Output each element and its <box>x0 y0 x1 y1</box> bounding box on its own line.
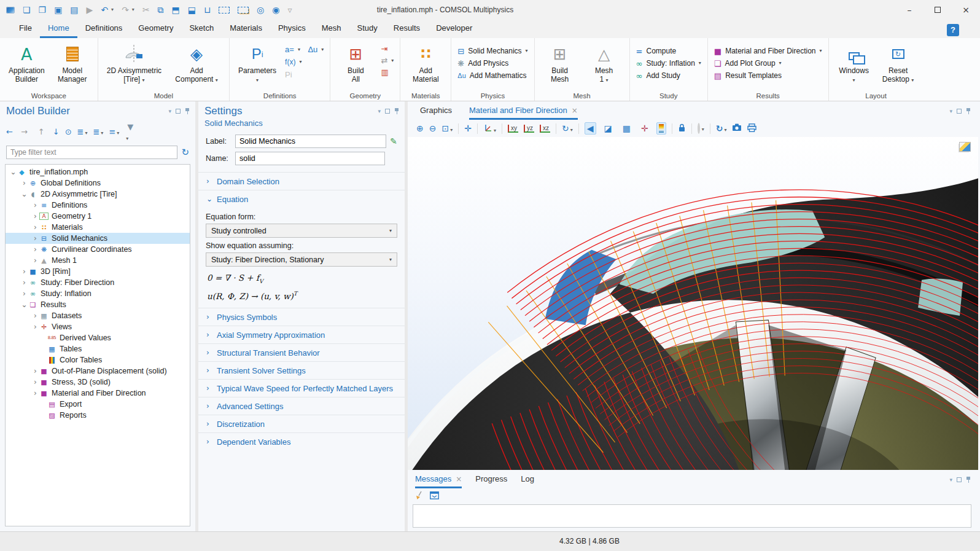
menu-geometry[interactable]: Geometry <box>130 21 181 38</box>
panel-float-icon[interactable] <box>385 109 390 114</box>
study-inflation-dropdown[interactable]: ∞Study: Inflation▾ <box>636 59 701 68</box>
compute-button[interactable]: =Compute <box>636 47 701 55</box>
tree-item-mesh-1[interactable]: ›▲Mesh 1 <box>6 255 190 266</box>
panel-menu-icon[interactable]: ▾ <box>168 109 171 114</box>
find-icon[interactable]: ◎ <box>257 6 264 14</box>
panel-pin-icon[interactable] <box>185 107 190 115</box>
screenshot-button[interactable] <box>732 123 742 133</box>
tree-item-datasets[interactable]: ›▦Datasets <box>6 310 190 321</box>
tree-item-root[interactable]: ⌄◆tire_inflation.mph <box>6 166 190 178</box>
build-all-button[interactable]: ⊞ BuildAll <box>336 42 375 85</box>
tree-item-export[interactable]: ▤Export <box>6 399 190 410</box>
label-field[interactable] <box>235 135 386 148</box>
panel-float-icon[interactable] <box>957 109 962 114</box>
scene-light-toggle[interactable]: ◀ <box>585 122 596 135</box>
close-button[interactable]: × <box>952 0 980 20</box>
menu-mesh[interactable]: Mesh <box>314 21 349 38</box>
add-material-button[interactable]: ∷ AddMaterial <box>406 42 445 85</box>
menu-home[interactable]: Home <box>40 21 77 38</box>
graphics-canvas[interactable] <box>408 137 978 470</box>
parameter-case-button[interactable]: Pi <box>285 70 301 79</box>
color-theme-button[interactable]: ▾ <box>698 124 704 133</box>
run-icon[interactable]: ▶ <box>87 6 93 14</box>
menu-developer[interactable]: Developer <box>428 21 480 38</box>
zoom-box-button[interactable]: ⊡▾ <box>441 124 453 133</box>
maximize-button[interactable] <box>924 0 952 20</box>
messages-output[interactable] <box>413 504 971 528</box>
update-geometry-button[interactable]: ⇄▾ <box>381 57 394 64</box>
menu-definitions[interactable]: Definitions <box>77 21 131 38</box>
tab-graphics[interactable]: Graphics <box>420 103 452 120</box>
menu-sketch[interactable]: Sketch <box>181 21 222 38</box>
name-field[interactable] <box>235 152 385 165</box>
mesh-1-button[interactable]: △ Mesh1 ▾ <box>585 42 623 85</box>
add-physics-button[interactable]: ❋Add Physics <box>457 59 527 68</box>
model-manager-button[interactable]: ModelManager <box>53 42 91 85</box>
grid-toggle[interactable]: ▦ <box>620 122 633 135</box>
default-view-button[interactable]: ▾ <box>483 123 496 134</box>
panel-menu-icon[interactable]: ▾ <box>949 109 952 114</box>
menu-file[interactable]: File <box>11 21 40 38</box>
redo-caret-icon[interactable]: ▾ <box>132 7 134 12</box>
menu-study[interactable]: Study <box>349 21 386 38</box>
zoom-in-icon[interactable]: ⊕ <box>416 124 424 133</box>
panel-pin-icon[interactable] <box>394 107 400 115</box>
tree-item-tables[interactable]: ▦Tables <box>6 343 190 354</box>
deselect-box-icon[interactable] <box>238 7 249 14</box>
help-button[interactable]: ? <box>947 24 959 36</box>
save-as-icon[interactable]: ▤ <box>70 6 78 14</box>
tree-item-materials[interactable]: ›∷Materials <box>6 222 190 233</box>
section-discretization[interactable]: ›Discretization <box>198 415 405 432</box>
section-wave-speed[interactable]: ›Typical Wave Speed for Perfectly Matche… <box>198 379 405 397</box>
material-fiber-direction-dropdown[interactable]: ■Material and Fiber Direction▾ <box>714 47 822 55</box>
qat-overflow-icon[interactable]: ▿ <box>287 6 292 14</box>
section-dependent-variables[interactable]: ›Dependent Variables <box>198 432 405 450</box>
move-up-icon[interactable]: ↑ <box>36 126 47 138</box>
tree-item-study-fiber-direction[interactable]: ›∞Study: Fiber Direction <box>6 277 190 288</box>
tab-material-fiber-direction[interactable]: Material and Fiber Direction× <box>469 103 578 120</box>
save-icon[interactable]: ▣ <box>54 6 62 14</box>
axisymmetric-tire-button[interactable]: 2D Axisymmetric[Tire] ▾ <box>104 42 164 85</box>
back-icon[interactable]: ← <box>6 128 13 136</box>
print-button[interactable] <box>747 123 756 134</box>
tree-item-study-inflation[interactable]: ›∞Study: Inflation <box>6 288 190 299</box>
close-icon[interactable]: × <box>456 475 462 483</box>
section-transient-solver[interactable]: ›Transient Solver Settings <box>198 361 405 379</box>
solid-mechanics-dropdown[interactable]: ⊟Solid Mechanics▾ <box>457 47 527 55</box>
section-advanced-settings[interactable]: ›Advanced Settings <box>198 397 405 415</box>
undo-icon[interactable]: ↶ <box>101 6 108 14</box>
tree-filter-input[interactable] <box>6 146 177 159</box>
new-file-icon[interactable]: ❏ <box>23 6 31 14</box>
menu-results[interactable]: Results <box>386 21 428 38</box>
virtual-operations-button[interactable]: ▥ <box>381 68 394 76</box>
panel-pin-icon[interactable] <box>966 476 971 483</box>
collapse-all-button[interactable]: ≣▾ <box>93 127 103 136</box>
tree-item-3d-rim[interactable]: ›■3D [Rim] <box>6 266 190 277</box>
expand-all-button[interactable]: ≣▾ <box>77 127 88 136</box>
tree-item-curvilinear-coordinates[interactable]: ›❋Curvilinear Coordinates <box>6 244 190 255</box>
section-structural-transient[interactable]: ›Structural Transient Behavior <box>198 343 405 361</box>
cut-icon[interactable]: ✂ <box>142 6 150 14</box>
section-axial-symmetry[interactable]: ›Axial Symmetry Approximation <box>198 326 405 343</box>
panel-menu-icon[interactable]: ▾ <box>949 477 952 483</box>
menu-materials[interactable]: Materials <box>222 21 270 38</box>
tree-item-stress-3d[interactable]: ›■Stress, 3D (solid) <box>6 377 190 388</box>
zoom-extents-icon[interactable]: ✛ <box>464 124 472 133</box>
graphics-thumbnail-icon[interactable] <box>959 142 971 152</box>
copy-icon[interactable]: ⧉ <box>158 6 164 14</box>
reset-desktop-button[interactable]: ↻ ResetDesktop ▾ <box>879 42 917 85</box>
delete-icon[interactable]: ⊔ <box>204 6 211 14</box>
add-study-button[interactable]: ∞Add Study <box>636 71 701 80</box>
close-icon[interactable]: × <box>572 107 578 114</box>
insert-sequence-button[interactable]: ⇥ <box>381 45 394 53</box>
tab-progress[interactable]: Progress <box>475 471 507 488</box>
variables-button[interactable]: a=▾ <box>285 45 301 54</box>
windows-button[interactable]: Windows▾ <box>835 42 873 85</box>
add-component-button[interactable]: ◈ AddComponent ▾ <box>170 42 223 85</box>
show-equation-select[interactable]: Study: Fiber Direction, Stationary▾ <box>206 252 397 267</box>
tree-item-derived-values[interactable]: 8.85Derived Values <box>6 332 190 343</box>
application-builder-button[interactable]: A ApplicationBuilder <box>6 42 47 85</box>
axes-toggle[interactable]: ✛ <box>639 122 651 135</box>
panel-float-icon[interactable] <box>176 109 181 114</box>
app-icon[interactable] <box>6 7 15 14</box>
